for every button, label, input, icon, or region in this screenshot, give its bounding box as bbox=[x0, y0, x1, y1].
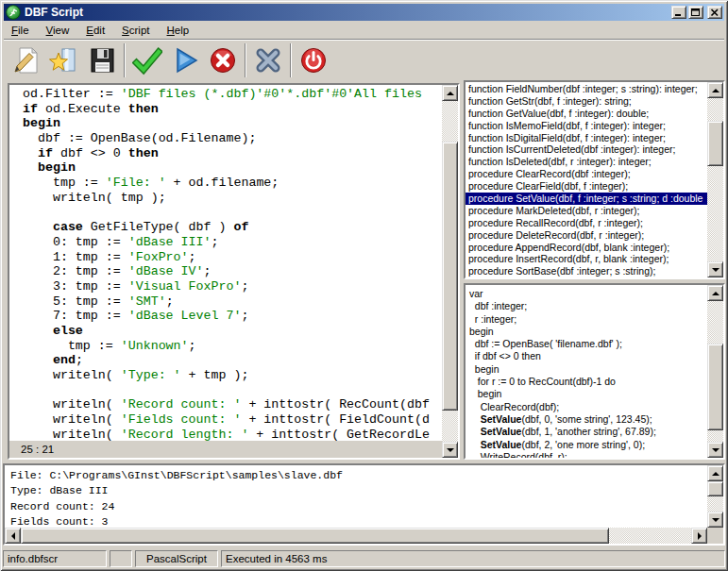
code-line bbox=[23, 383, 442, 398]
menu-item-view[interactable]: View bbox=[39, 23, 77, 39]
code-line: 5: tmp := 'SMT'; bbox=[23, 294, 442, 310]
code-line: tmp := 'File: ' + od.filename; bbox=[23, 176, 442, 191]
function-list-scrollbar[interactable] bbox=[707, 82, 723, 277]
new-script-button[interactable] bbox=[8, 42, 45, 79]
sample-scrollbar-thumb[interactable] bbox=[707, 344, 723, 430]
function-list-scrollbar-thumb[interactable] bbox=[707, 121, 723, 166]
star-box-icon bbox=[49, 45, 79, 76]
clear-button[interactable] bbox=[249, 42, 287, 79]
close-button[interactable] bbox=[707, 6, 722, 19]
status-engine: PascalScript bbox=[135, 550, 218, 567]
toolbar bbox=[4, 39, 724, 81]
window-controls bbox=[669, 6, 722, 19]
run-button[interactable] bbox=[166, 42, 204, 79]
editor-scrollbar-down-button[interactable] bbox=[442, 442, 458, 458]
function-list-scrollbar-up-button[interactable] bbox=[707, 82, 723, 98]
editor-panel: od.Filter := 'DBF files (*.dbf)'#0'*.dbf… bbox=[8, 83, 460, 460]
function-list-item[interactable]: function IsDigitalField(dbf, f :integer)… bbox=[466, 132, 707, 144]
output-hscrollbar-left-button[interactable] bbox=[5, 528, 21, 544]
function-list-item[interactable]: function GetStr(dbf, f :integer): string… bbox=[466, 95, 707, 108]
editor-scrollbar-thumb[interactable] bbox=[442, 142, 458, 411]
title-bar[interactable]: DBF Script bbox=[4, 4, 724, 21]
code-line: 0: tmp := 'dBase III'; bbox=[23, 235, 442, 250]
code-line: var bbox=[469, 288, 707, 300]
floppy-disk-icon bbox=[87, 45, 117, 76]
code-line: begin bbox=[469, 363, 707, 376]
stop-button[interactable] bbox=[204, 42, 242, 79]
sample-code[interactable]: var dbf :integer; r :integer;begin dbf :… bbox=[466, 285, 707, 458]
output-panel: File: C:\Programs\GInst\DBFScript\sample… bbox=[3, 463, 725, 546]
function-list-scrollbar-down-button[interactable] bbox=[707, 261, 723, 277]
function-list-item[interactable]: function IsCurrentDeleted(dbf :integer):… bbox=[466, 143, 707, 156]
function-list-item[interactable]: function FieldNumber(dbf :integer; s :st… bbox=[466, 83, 707, 95]
window-title: DBF Script bbox=[25, 4, 669, 21]
output-hscrollbar[interactable] bbox=[5, 528, 707, 544]
code-line: tmp := 'Unknown'; bbox=[23, 339, 442, 354]
new-document-icon bbox=[11, 45, 42, 76]
output-hscrollbar-thumb[interactable] bbox=[21, 528, 609, 544]
code-line: writeln( 'Type: ' + tmp ); bbox=[23, 368, 442, 383]
function-list-item[interactable]: procedure MarkDeleted(dbf, r :integer); bbox=[466, 205, 707, 217]
code-line: dbf := OpenBase( 'filename.dbf' ); bbox=[469, 338, 707, 350]
function-list-item[interactable]: function IsDeleted(dbf, r :integer): int… bbox=[466, 156, 707, 168]
code-line: writeln( 'Record length: ' + inttostr( G… bbox=[23, 428, 442, 441]
editor-scrollbar[interactable] bbox=[442, 85, 458, 458]
code-line: else bbox=[23, 324, 442, 339]
menu-bar: FileViewEditScriptHelp bbox=[4, 22, 724, 39]
code-line: end; bbox=[23, 353, 442, 368]
output-line: Fields count: 3 bbox=[10, 514, 707, 528]
code-line: case GetFileType( dbf ) of bbox=[23, 220, 442, 235]
code-line: writeln( 'Record count: ' + inttostr( Re… bbox=[23, 397, 442, 412]
save-button[interactable] bbox=[83, 42, 121, 79]
output-vscrollbar[interactable] bbox=[707, 465, 723, 528]
function-list-item[interactable]: procedure SetValue(dbf, f :integer; s :s… bbox=[466, 193, 707, 205]
toolbar-separator bbox=[245, 43, 246, 77]
code-line: writeln( tmp ); bbox=[23, 191, 442, 206]
maximize-button[interactable] bbox=[688, 6, 703, 19]
menu-item-script[interactable]: Script bbox=[114, 23, 157, 39]
function-list-item[interactable]: procedure AppendRecord(dbf, blank :integ… bbox=[466, 242, 707, 254]
code-line: SetValue(dbf, 1, 'another string', 67.89… bbox=[469, 426, 707, 438]
function-list-item[interactable]: function IsMemoField(dbf, f :integer): i… bbox=[466, 120, 707, 132]
code-line: WriteRecord(dbf, r); bbox=[469, 451, 707, 458]
code-line: for r := 0 to RecCount(dbf)-1 do bbox=[469, 376, 707, 388]
output-vscrollbar-down-button[interactable] bbox=[707, 512, 723, 528]
code-line: dbf := OpenBase(od.Filename); bbox=[23, 131, 442, 146]
play-icon bbox=[170, 45, 200, 76]
output-log[interactable]: File: C:\Programs\GInst\DBFScript\sample… bbox=[5, 465, 707, 528]
scrollbar-corner bbox=[707, 528, 723, 544]
output-vscrollbar-thumb[interactable] bbox=[707, 481, 723, 496]
function-list-item[interactable]: procedure RecallRecord(dbf, r :integer); bbox=[466, 217, 707, 229]
function-list-item[interactable]: procedure ClearRecord(dbf :integer); bbox=[466, 168, 707, 180]
output-hscrollbar-right-button[interactable] bbox=[691, 528, 707, 544]
editor-scrollbar-up-button[interactable] bbox=[442, 85, 458, 101]
minimize-button[interactable] bbox=[671, 6, 686, 19]
sample-scrollbar-down-button[interactable] bbox=[707, 442, 723, 458]
function-list-item[interactable]: procedure ClearField(dbf, f :integer); bbox=[466, 180, 707, 193]
code-line bbox=[23, 206, 442, 221]
caret-position-label: 25 : 21 bbox=[21, 444, 54, 455]
app-window: DBF Script FileViewEditScriptHelp bbox=[0, 0, 728, 571]
open-sample-button[interactable] bbox=[45, 42, 83, 79]
editor-code[interactable]: od.Filter := 'DBF files (*.dbf)'#0'*.dbf… bbox=[9, 85, 442, 441]
code-line: SetValue(dbf, 2, 'one more string', 0); bbox=[469, 439, 707, 451]
exit-button[interactable] bbox=[295, 42, 332, 79]
menu-item-edit[interactable]: Edit bbox=[78, 23, 112, 39]
code-line: if dbf <> 0 then bbox=[23, 146, 442, 161]
function-list-item[interactable]: procedure SortBase(dbf :integer; s :stri… bbox=[466, 265, 707, 277]
output-vscrollbar-up-button[interactable] bbox=[707, 465, 723, 481]
status-bar: info.dbfscr PascalScript Executed in 456… bbox=[3, 548, 725, 568]
function-list-item[interactable]: procedure DeleteRecord(dbf, r :integer); bbox=[466, 229, 707, 242]
gray-cross-icon bbox=[253, 45, 283, 76]
syntax-check-button[interactable] bbox=[128, 42, 166, 79]
function-list-item[interactable]: function GetValue(dbf, f :integer): doub… bbox=[466, 108, 707, 120]
menu-item-file[interactable]: File bbox=[4, 23, 37, 39]
function-list[interactable]: function FieldNumber(dbf :integer; s :st… bbox=[466, 82, 707, 277]
menu-item-help[interactable]: Help bbox=[160, 23, 197, 39]
sample-scrollbar-up-button[interactable] bbox=[707, 285, 723, 301]
sample-code-panel: var dbf :integer; r :integer;begin dbf :… bbox=[464, 283, 725, 460]
caret-position: 25 : 21 bbox=[9, 441, 442, 458]
sample-scrollbar[interactable] bbox=[707, 285, 723, 458]
code-line: r :integer; bbox=[469, 313, 707, 326]
function-list-item[interactable]: procedure InsertRecord(dbf, r, blank :in… bbox=[466, 253, 707, 265]
